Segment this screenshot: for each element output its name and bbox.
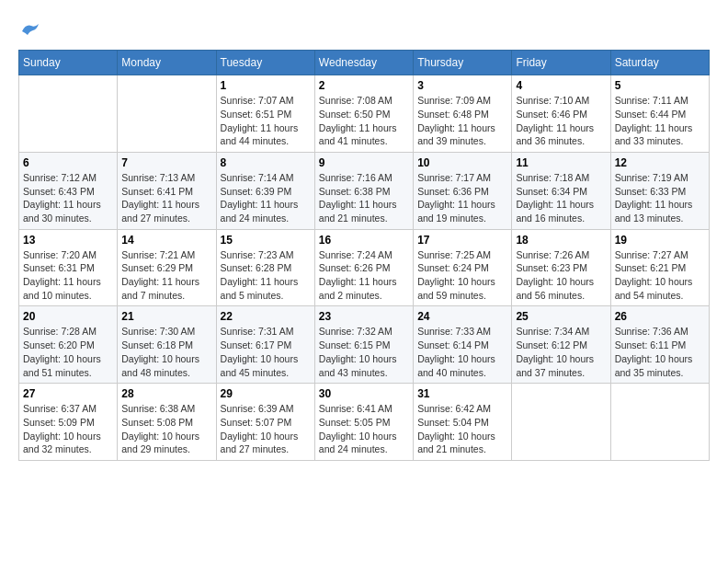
day-info: Sunrise: 7:25 AM Sunset: 6:24 PM Dayligh… xyxy=(417,248,507,303)
day-number: 19 xyxy=(615,234,705,247)
calendar-day-cell: 12Sunrise: 7:19 AM Sunset: 6:33 PM Dayli… xyxy=(610,152,709,229)
day-number: 6 xyxy=(23,156,113,169)
calendar-day-cell: 6Sunrise: 7:12 AM Sunset: 6:43 PM Daylig… xyxy=(19,152,118,229)
calendar-day-cell: 25Sunrise: 7:34 AM Sunset: 6:12 PM Dayli… xyxy=(512,306,610,384)
day-info: Sunrise: 7:30 AM Sunset: 6:18 PM Dayligh… xyxy=(121,325,211,379)
day-info: Sunrise: 7:24 AM Sunset: 6:26 PM Dayligh… xyxy=(319,248,409,303)
day-info: Sunrise: 7:14 AM Sunset: 6:39 PM Dayligh… xyxy=(221,171,311,225)
calendar-week-row: 6Sunrise: 7:12 AM Sunset: 6:43 PM Daylig… xyxy=(19,152,710,229)
calendar-week-row: 27Sunrise: 6:37 AM Sunset: 5:09 PM Dayli… xyxy=(19,384,710,461)
day-info: Sunrise: 7:28 AM Sunset: 6:20 PM Dayligh… xyxy=(23,325,113,379)
calendar-day-cell xyxy=(19,75,118,153)
page-header xyxy=(18,18,710,40)
day-number: 21 xyxy=(121,310,211,323)
calendar-day-cell: 27Sunrise: 6:37 AM Sunset: 5:09 PM Dayli… xyxy=(19,384,118,461)
day-number: 5 xyxy=(615,79,705,92)
day-info: Sunrise: 6:38 AM Sunset: 5:08 PM Dayligh… xyxy=(121,402,211,456)
day-number: 4 xyxy=(516,79,606,92)
calendar-day-cell: 9Sunrise: 7:16 AM Sunset: 6:38 PM Daylig… xyxy=(314,152,413,229)
calendar-day-cell: 17Sunrise: 7:25 AM Sunset: 6:24 PM Dayli… xyxy=(414,229,512,306)
day-info: Sunrise: 7:12 AM Sunset: 6:43 PM Dayligh… xyxy=(23,171,113,225)
calendar-day-cell: 10Sunrise: 7:17 AM Sunset: 6:36 PM Dayli… xyxy=(414,152,512,229)
day-number: 29 xyxy=(221,387,311,400)
calendar-week-row: 13Sunrise: 7:20 AM Sunset: 6:31 PM Dayli… xyxy=(19,229,710,306)
day-info: Sunrise: 7:26 AM Sunset: 6:23 PM Dayligh… xyxy=(516,248,606,303)
day-number: 17 xyxy=(417,234,507,247)
day-info: Sunrise: 7:36 AM Sunset: 6:11 PM Dayligh… xyxy=(615,325,705,379)
day-number: 15 xyxy=(221,234,311,247)
logo-bird-icon xyxy=(20,22,40,39)
day-number: 14 xyxy=(121,234,211,247)
day-info: Sunrise: 7:32 AM Sunset: 6:15 PM Dayligh… xyxy=(319,325,409,379)
calendar-day-cell: 11Sunrise: 7:18 AM Sunset: 6:34 PM Dayli… xyxy=(512,152,610,229)
day-info: Sunrise: 7:31 AM Sunset: 6:17 PM Dayligh… xyxy=(221,325,311,379)
day-number: 11 xyxy=(516,156,606,169)
calendar-day-cell: 15Sunrise: 7:23 AM Sunset: 6:28 PM Dayli… xyxy=(216,229,314,306)
calendar-day-cell: 4Sunrise: 7:10 AM Sunset: 6:46 PM Daylig… xyxy=(512,75,610,153)
day-number: 3 xyxy=(417,79,507,92)
day-info: Sunrise: 6:39 AM Sunset: 5:07 PM Dayligh… xyxy=(221,402,311,456)
day-info: Sunrise: 7:19 AM Sunset: 6:33 PM Dayligh… xyxy=(615,171,705,225)
day-info: Sunrise: 7:34 AM Sunset: 6:12 PM Dayligh… xyxy=(516,325,606,379)
day-number: 13 xyxy=(23,234,113,247)
day-number: 2 xyxy=(319,79,409,92)
calendar-day-cell: 1Sunrise: 7:07 AM Sunset: 6:51 PM Daylig… xyxy=(216,75,314,153)
day-number: 22 xyxy=(221,310,311,323)
day-number: 31 xyxy=(417,387,507,400)
day-of-week-header: Sunday xyxy=(19,51,118,75)
day-number: 8 xyxy=(221,156,311,169)
day-number: 16 xyxy=(319,234,409,247)
calendar-day-cell: 14Sunrise: 7:21 AM Sunset: 6:29 PM Dayli… xyxy=(118,229,216,306)
day-of-week-header: Tuesday xyxy=(216,51,314,75)
calendar-header-row: SundayMondayTuesdayWednesdayThursdayFrid… xyxy=(19,51,710,75)
day-info: Sunrise: 7:20 AM Sunset: 6:31 PM Dayligh… xyxy=(23,248,113,303)
day-number: 9 xyxy=(319,156,409,169)
day-number: 18 xyxy=(516,234,606,247)
day-of-week-header: Friday xyxy=(512,51,610,75)
day-info: Sunrise: 7:33 AM Sunset: 6:14 PM Dayligh… xyxy=(417,325,507,379)
day-info: Sunrise: 7:17 AM Sunset: 6:36 PM Dayligh… xyxy=(417,171,507,225)
calendar-day-cell: 3Sunrise: 7:09 AM Sunset: 6:48 PM Daylig… xyxy=(414,75,512,153)
day-info: Sunrise: 7:09 AM Sunset: 6:48 PM Dayligh… xyxy=(417,94,507,148)
calendar-day-cell: 2Sunrise: 7:08 AM Sunset: 6:50 PM Daylig… xyxy=(314,75,413,153)
day-number: 7 xyxy=(121,156,211,169)
calendar-day-cell xyxy=(118,75,216,153)
day-info: Sunrise: 7:07 AM Sunset: 6:51 PM Dayligh… xyxy=(221,94,311,148)
calendar-day-cell: 31Sunrise: 6:42 AM Sunset: 5:04 PM Dayli… xyxy=(414,384,512,461)
day-info: Sunrise: 7:21 AM Sunset: 6:29 PM Dayligh… xyxy=(121,248,211,303)
calendar-day-cell: 13Sunrise: 7:20 AM Sunset: 6:31 PM Dayli… xyxy=(19,229,118,306)
calendar-week-row: 1Sunrise: 7:07 AM Sunset: 6:51 PM Daylig… xyxy=(19,75,710,153)
day-info: Sunrise: 7:10 AM Sunset: 6:46 PM Dayligh… xyxy=(516,94,606,148)
day-info: Sunrise: 7:16 AM Sunset: 6:38 PM Dayligh… xyxy=(319,171,409,225)
day-info: Sunrise: 7:08 AM Sunset: 6:50 PM Dayligh… xyxy=(319,94,409,148)
day-info: Sunrise: 7:18 AM Sunset: 6:34 PM Dayligh… xyxy=(516,171,606,225)
day-number: 12 xyxy=(615,156,705,169)
day-of-week-header: Saturday xyxy=(610,51,709,75)
day-info: Sunrise: 7:11 AM Sunset: 6:44 PM Dayligh… xyxy=(615,94,705,148)
calendar-day-cell: 16Sunrise: 7:24 AM Sunset: 6:26 PM Dayli… xyxy=(314,229,413,306)
day-number: 1 xyxy=(221,79,311,92)
day-number: 20 xyxy=(23,310,113,323)
day-number: 30 xyxy=(319,387,409,400)
calendar-day-cell: 30Sunrise: 6:41 AM Sunset: 5:05 PM Dayli… xyxy=(314,384,413,461)
day-of-week-header: Wednesday xyxy=(314,51,413,75)
day-number: 25 xyxy=(516,310,606,323)
day-info: Sunrise: 6:37 AM Sunset: 5:09 PM Dayligh… xyxy=(23,402,113,456)
calendar-day-cell: 26Sunrise: 7:36 AM Sunset: 6:11 PM Dayli… xyxy=(610,306,709,384)
logo-text xyxy=(18,18,40,40)
calendar-day-cell: 21Sunrise: 7:30 AM Sunset: 6:18 PM Dayli… xyxy=(118,306,216,384)
calendar-day-cell: 23Sunrise: 7:32 AM Sunset: 6:15 PM Dayli… xyxy=(314,306,413,384)
day-number: 24 xyxy=(417,310,507,323)
day-info: Sunrise: 6:41 AM Sunset: 5:05 PM Dayligh… xyxy=(319,402,409,456)
calendar-day-cell xyxy=(610,384,709,461)
day-number: 27 xyxy=(23,387,113,400)
calendar-day-cell: 24Sunrise: 7:33 AM Sunset: 6:14 PM Dayli… xyxy=(414,306,512,384)
day-number: 23 xyxy=(319,310,409,323)
calendar-table: SundayMondayTuesdayWednesdayThursdayFrid… xyxy=(18,50,710,461)
calendar-day-cell: 29Sunrise: 6:39 AM Sunset: 5:07 PM Dayli… xyxy=(216,384,314,461)
logo xyxy=(18,18,40,40)
calendar-day-cell: 18Sunrise: 7:26 AM Sunset: 6:23 PM Dayli… xyxy=(512,229,610,306)
calendar-day-cell xyxy=(512,384,610,461)
calendar-week-row: 20Sunrise: 7:28 AM Sunset: 6:20 PM Dayli… xyxy=(19,306,710,384)
calendar-day-cell: 8Sunrise: 7:14 AM Sunset: 6:39 PM Daylig… xyxy=(216,152,314,229)
